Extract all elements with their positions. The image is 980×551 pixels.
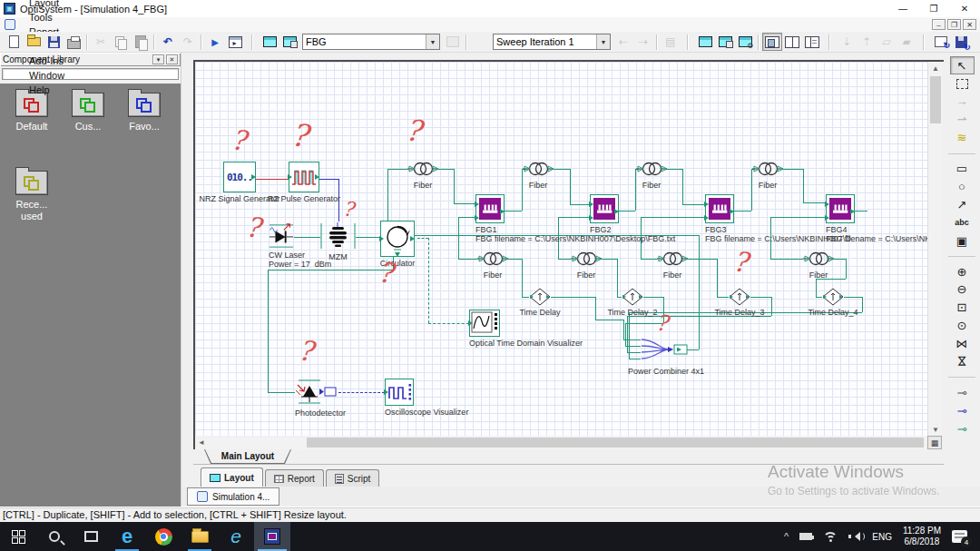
start-button[interactable] <box>0 522 36 551</box>
full-page-button[interactable]: ▦ <box>927 436 942 449</box>
internet-explorer-icon[interactable]: e <box>218 522 254 551</box>
layout-canvas[interactable]: 010..NRZ Signal GeneratorRZ Pulse Genera… <box>195 62 927 436</box>
fiber-3[interactable] <box>636 159 667 179</box>
fiber-1[interactable] <box>407 159 438 179</box>
print-button[interactable] <box>64 33 83 51</box>
mdi-restore-button[interactable]: ❐ <box>947 19 961 30</box>
battery-icon[interactable] <box>794 522 818 551</box>
goto-layout-button[interactable] <box>225 33 245 51</box>
new-button[interactable] <box>4 33 24 51</box>
horizontal-scrollbar[interactable]: ◄ <box>195 436 927 449</box>
port-connector-tool[interactable]: ⊸ <box>950 383 975 401</box>
view-split-detail-button[interactable] <box>802 33 822 51</box>
chrome-icon[interactable] <box>145 522 181 551</box>
menu-window[interactable]: Window <box>23 68 71 83</box>
minimize-button[interactable]: — <box>887 1 918 17</box>
tab-script[interactable]: Script <box>326 469 380 487</box>
mzm-modulator[interactable] <box>320 221 356 251</box>
recently-used-folder[interactable]: Rece... used <box>4 171 60 236</box>
import-button[interactable] <box>931 33 951 51</box>
select-tool[interactable]: ↖ <box>950 56 975 74</box>
time-delay-2[interactable] <box>622 288 643 306</box>
draw-rectangle-tool[interactable]: ▭ <box>950 160 975 178</box>
undo-button[interactable]: ↶ <box>158 33 178 51</box>
text-tool[interactable]: abc <box>950 213 975 231</box>
menu-layout[interactable]: Layout <box>23 0 71 10</box>
cw-laser[interactable] <box>269 223 294 249</box>
optisystem-taskbar-icon[interactable] <box>254 522 290 551</box>
rz-pulse-generator[interactable] <box>289 162 319 192</box>
draw-ellipse-tool[interactable]: ○ <box>950 178 975 196</box>
export-button[interactable] <box>951 33 971 51</box>
file-explorer-icon[interactable] <box>181 522 218 551</box>
port-connector-green-tool[interactable]: ⊸ <box>950 419 975 438</box>
favorites-folder[interactable]: Favo... <box>116 93 172 158</box>
fbg4[interactable] <box>826 194 855 223</box>
calculate-button[interactable]: ▶ <box>205 33 225 51</box>
mdi-close-button[interactable]: ✕ <box>963 19 976 30</box>
notification-center-icon[interactable]: 4 <box>946 522 980 551</box>
edge-icon[interactable]: e <box>109 522 145 551</box>
simulation-window-tab[interactable]: Simulation 4... <box>187 487 279 506</box>
search-button[interactable] <box>36 522 73 551</box>
library-close-button[interactable]: ✕ <box>166 54 178 64</box>
chevron-down-icon[interactable]: ▼ <box>596 34 610 49</box>
power-combiner-4x1[interactable] <box>641 332 691 365</box>
close-button[interactable]: ✕ <box>949 1 980 17</box>
zoom-selection-tool[interactable]: ⊙ <box>950 317 975 335</box>
default-folder[interactable]: Default <box>4 93 60 158</box>
time-delay-1[interactable] <box>529 288 551 306</box>
clock[interactable]: 11:28 PM 6/8/2018 <box>897 522 946 551</box>
photodetector[interactable] <box>295 377 338 407</box>
insert-image-tool[interactable]: ▣ <box>950 231 975 250</box>
tray-expand-icon[interactable]: ^ <box>779 522 794 551</box>
port-connector-blue-tool[interactable]: ⊸ <box>950 401 975 419</box>
mdi-minimize-button[interactable]: – <box>932 19 946 30</box>
time-delay-3[interactable] <box>729 288 750 306</box>
save-button[interactable] <box>44 33 64 51</box>
oscilloscope-visualizer[interactable] <box>385 379 414 406</box>
menu-tools[interactable]: Tools <box>23 10 71 25</box>
previous-layout-button[interactable] <box>260 33 279 51</box>
menu-addins[interactable]: Add-Ins <box>23 54 71 68</box>
fiber-5[interactable] <box>477 249 508 269</box>
zoom-in-tool[interactable]: ⊕ <box>950 262 975 280</box>
maximize-button[interactable]: ❐ <box>918 1 949 17</box>
component-viewer-button[interactable] <box>715 33 735 51</box>
task-view-button[interactable] <box>73 522 109 551</box>
scroll-down-arrow[interactable]: ▼ <box>928 423 943 436</box>
zoom-out-tool[interactable]: ⊖ <box>950 280 975 299</box>
project-options-button[interactable] <box>735 33 755 51</box>
view-split-vertical-button[interactable] <box>782 33 802 51</box>
horizontal-scroll-thumb[interactable] <box>307 438 924 448</box>
fbg1[interactable] <box>475 194 505 223</box>
optical-time-domain-visualizer[interactable] <box>469 310 500 337</box>
view-single-button[interactable] <box>762 33 782 51</box>
fiber-6[interactable] <box>571 249 602 269</box>
fiber-2[interactable] <box>523 159 554 179</box>
fbg3[interactable] <box>705 194 734 223</box>
chevron-down-icon[interactable]: ▼ <box>426 34 439 49</box>
document-icon[interactable] <box>5 19 15 30</box>
layout-editor-button[interactable] <box>695 33 715 51</box>
fit-vertical-tool[interactable]: ⋈ <box>953 349 971 374</box>
fiber-7[interactable] <box>657 249 688 269</box>
tab-report[interactable]: Report <box>265 469 324 487</box>
open-button[interactable] <box>24 33 44 51</box>
vertical-scroll-thumb[interactable] <box>930 76 941 123</box>
main-layout-tab[interactable]: Main Layout <box>204 449 291 464</box>
scroll-left-arrow[interactable]: ◄ <box>195 436 208 449</box>
fiber-4[interactable] <box>752 159 783 179</box>
marquee-select-tool[interactable] <box>950 74 975 93</box>
sweep-iteration-combo[interactable]: Sweep Iteration 1▼ <box>493 34 611 50</box>
wifi-icon[interactable] <box>818 522 843 551</box>
nrz-signal-generator[interactable]: 010.. <box>223 162 256 192</box>
next-layout-button[interactable] <box>279 33 299 51</box>
circulator[interactable] <box>380 221 415 257</box>
fiber-8[interactable] <box>803 249 834 269</box>
scroll-up-arrow[interactable]: ▲ <box>928 62 943 74</box>
vertical-scrollbar[interactable]: ▲ ▼ <box>927 62 942 436</box>
sweep-order-button[interactable] <box>470 33 490 51</box>
custom-folder[interactable]: Cus... <box>60 93 116 158</box>
tab-layout[interactable]: Layout <box>201 467 263 487</box>
